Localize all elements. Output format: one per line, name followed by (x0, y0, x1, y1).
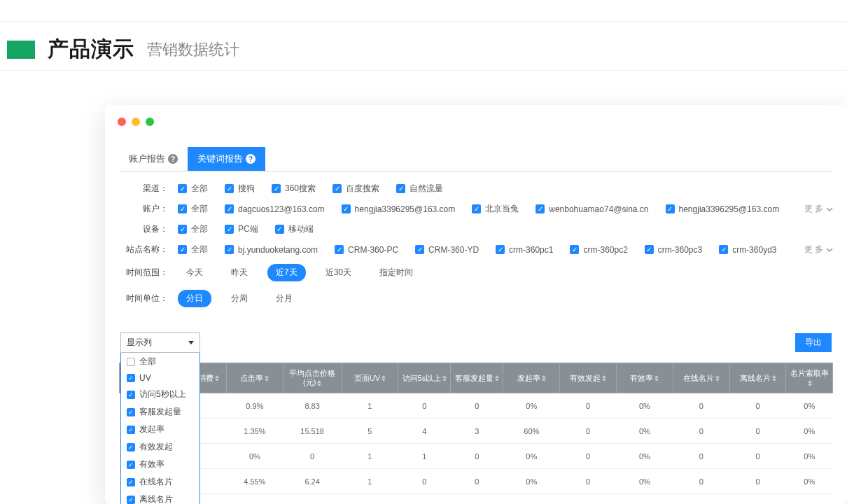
checkbox-icon (127, 391, 135, 399)
checkbox-icon (127, 408, 135, 416)
sort-icon[interactable] (317, 380, 321, 386)
header-label: 页面UV (354, 374, 380, 382)
checkbox-account[interactable]: dagcuos123@163.com (225, 204, 325, 214)
pill-yesterday[interactable]: 昨天 (223, 264, 256, 281)
cell: 0 (560, 469, 617, 494)
cell: 60% (503, 419, 560, 444)
column-option-label: 有效率 (139, 458, 164, 470)
checkbox-360[interactable]: 360搜索 (272, 183, 316, 195)
maximize-icon[interactable] (146, 118, 154, 126)
checkbox-icon (127, 461, 135, 469)
column-option[interactable]: 全部 (121, 353, 200, 370)
checkbox-site[interactable]: crm-360yd3 (719, 245, 776, 255)
column-option[interactable]: 在线名片 (121, 473, 200, 491)
sort-icon[interactable] (495, 375, 499, 382)
filter-device-row: 设备： 全部 PC端 移动端 (119, 219, 833, 239)
pill-byweek[interactable]: 分周 (223, 290, 256, 307)
checkbox-site[interactable]: CRM-360-PC (335, 245, 398, 255)
cell: 0 (342, 494, 398, 504)
column-header[interactable]: 客服发起量 (451, 363, 503, 393)
column-select-button[interactable]: 显示列 (120, 332, 200, 353)
column-option[interactable]: 有效发起 (121, 438, 200, 456)
sort-icon[interactable] (442, 375, 447, 382)
checkbox-account[interactable]: wenbohuamao74@sina.cn (536, 204, 648, 214)
column-header[interactable]: 访问5s以上 (398, 363, 451, 393)
pill-last30[interactable]: 近30天 (317, 264, 360, 281)
tab-account-report[interactable]: 账户报告 ? (119, 147, 188, 171)
filters-panel: 渠道： 全部 搜狗 360搜索 百度搜索 自然流量 账户： 全部 dagcuos… (119, 178, 833, 312)
cell: 0% (786, 444, 833, 469)
column-header[interactable]: 平均点击价格(元) (283, 363, 342, 393)
column-option[interactable]: UV (121, 370, 200, 386)
title-underline (0, 70, 847, 71)
column-option[interactable]: 访问5秒以上 (121, 386, 200, 403)
sort-icon[interactable] (602, 375, 606, 382)
checkbox-organic[interactable]: 自然流量 (396, 183, 443, 195)
checkbox-mobile[interactable]: 移动端 (275, 223, 314, 235)
cell: 0% (503, 444, 560, 469)
table-row: bj-云朵课堂0%00000%00%000% (120, 494, 833, 504)
checkbox-account[interactable]: hengjia3396295@163.com (666, 204, 780, 214)
cell: 0 (729, 444, 786, 469)
title-accent-block (7, 41, 35, 59)
checkbox-all[interactable]: 全部 (178, 244, 208, 255)
help-icon[interactable]: ? (168, 154, 178, 164)
sort-icon[interactable] (654, 375, 659, 382)
export-button[interactable]: 导出 (795, 333, 832, 352)
column-header[interactable]: 发起率 (503, 363, 560, 393)
sort-icon[interactable] (382, 375, 386, 382)
sort-icon[interactable] (808, 380, 812, 386)
checkbox-all[interactable]: 全部 (178, 183, 208, 195)
column-header[interactable]: 在线名片 (673, 363, 729, 393)
checkbox-site[interactable]: crm-360pc3 (645, 245, 702, 255)
column-header[interactable]: 点击率 (226, 363, 283, 393)
minimize-icon[interactable] (132, 118, 140, 126)
timeunit-group: 分日 分周 分月 (178, 290, 312, 307)
report-tabs: 账户报告 ? 关键词报告 ? (119, 147, 833, 172)
cell: 0 (729, 393, 786, 419)
pill-bymonth[interactable]: 分月 (267, 290, 301, 307)
cell: 0% (617, 444, 673, 469)
checkbox-account[interactable]: hengjia3396295@163.com (342, 204, 456, 214)
checkbox-all[interactable]: 全部 (178, 223, 208, 235)
checkbox-site[interactable]: CRM-360-YD (415, 245, 479, 255)
sort-icon[interactable] (772, 375, 776, 382)
column-header[interactable]: 离线名片 (729, 363, 786, 393)
pill-today[interactable]: 今天 (178, 264, 211, 281)
checkbox-site[interactable]: crm-360pc2 (570, 245, 627, 255)
tab-keyword-report[interactable]: 关键词报告 ? (188, 147, 265, 171)
checkbox-icon (127, 426, 135, 434)
sort-icon[interactable] (542, 375, 546, 382)
column-header[interactable]: 有效发起 (560, 363, 617, 393)
column-header[interactable]: 名片索取率 (786, 363, 833, 393)
checkbox-site[interactable]: bj.yunduoketang.com (225, 245, 318, 255)
column-header[interactable]: 页面UV (342, 363, 398, 393)
cell: 0 (560, 419, 617, 444)
checkbox-pc[interactable]: PC端 (225, 223, 258, 235)
pill-last7[interactable]: 近7天 (267, 264, 306, 281)
checkbox-site[interactable]: crm-360pc1 (496, 245, 553, 255)
column-option[interactable]: 离线名片 (121, 491, 200, 504)
column-option[interactable]: 有效率 (121, 456, 200, 473)
more-link[interactable]: 更 多 (804, 203, 833, 215)
table-row: bj-云朵课堂4.55%6.241000%00%000% (120, 469, 833, 494)
checkbox-all[interactable]: 全部 (178, 203, 208, 215)
column-option[interactable]: 客服发起量 (121, 403, 200, 421)
more-link[interactable]: 更 多 (804, 244, 833, 255)
pill-custom[interactable]: 指定时间 (371, 264, 421, 281)
close-icon[interactable] (118, 118, 126, 126)
filter-timeunit-row: 时间单位： 分日 分周 分月 (119, 286, 833, 312)
sort-icon[interactable] (215, 375, 219, 382)
sort-icon[interactable] (265, 375, 269, 382)
help-icon[interactable]: ? (246, 154, 255, 164)
checkbox-sogou[interactable]: 搜狗 (225, 183, 255, 195)
column-header[interactable]: 有效率 (617, 363, 673, 393)
column-option-label: 访问5秒以上 (139, 388, 186, 400)
checkbox-account[interactable]: 北京当兔 (472, 203, 519, 215)
page-title: 产品演示 (48, 35, 134, 64)
pill-byday[interactable]: 分日 (178, 290, 211, 307)
column-select: 显示列 全部UV访问5秒以上客服发起量发起率有效发起有效率在线名片离线名片名片索… (120, 332, 200, 353)
sort-icon[interactable] (715, 375, 720, 382)
checkbox-baidu[interactable]: 百度搜索 (332, 183, 379, 195)
column-option[interactable]: 发起率 (121, 421, 200, 438)
